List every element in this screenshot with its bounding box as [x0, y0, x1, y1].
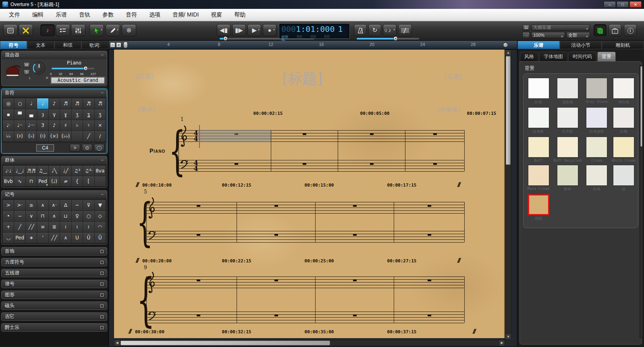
swatch-白色[interactable]: 白色 [528, 78, 549, 105]
score-list-button[interactable]: ▤ [522, 24, 530, 31]
expand-button-图形[interactable] [100, 293, 104, 297]
expand-button-爵士乐[interactable] [100, 326, 104, 329]
swatch-白木纹[interactable]: 白木纹 [553, 107, 582, 134]
composer-placeholder[interactable]: [作曲家] [438, 106, 461, 114]
ottava-bassa-button[interactable]: 8vb [3, 176, 14, 186]
mixer-button[interactable] [71, 24, 85, 36]
tremolo-2-button[interactable]: ╱╱ [26, 222, 37, 232]
swatch-chip-旧纸[interactable] [528, 194, 549, 215]
menu-文件[interactable]: 文件 [3, 10, 26, 20]
brace-button[interactable]: { [72, 176, 83, 186]
sharp-button[interactable]: ♯ [60, 120, 71, 131]
swatch-chip-Cream[interactable] [586, 137, 607, 158]
tab-乐谱[interactable]: 乐谱 [517, 41, 560, 49]
note-info-button[interactable]: i [94, 144, 104, 152]
accent-button[interactable]: > [3, 200, 14, 210]
expand-button-首饰[interactable] [100, 250, 104, 253]
swatch-旧纸[interactable]: 旧纸 [528, 194, 549, 221]
panel-爵士乐[interactable]: 爵士乐 [1, 323, 107, 332]
swatch-chip-白色[interactable] [528, 78, 549, 99]
paren-natural-button[interactable]: (♮) [37, 131, 48, 141]
tremolo-1-button[interactable]: ╱ [14, 222, 25, 232]
swatch-chip-白木纹[interactable] [557, 107, 578, 128]
menu-音符[interactable]: 音符 [120, 10, 143, 20]
down-bow-button[interactable]: ⊓ [37, 211, 48, 221]
expand-button-磁头[interactable] [100, 304, 104, 308]
up-mark-button[interactable]: ∧ [49, 211, 60, 221]
tab-歌词:[interactable]: 歌词: [81, 41, 108, 49]
filter-select[interactable]: 全部▼ [566, 32, 590, 38]
menu-帮助[interactable]: 帮助 [229, 10, 251, 20]
expand-button-力度符号[interactable] [100, 261, 104, 264]
erase-button[interactable]: ⊗ [122, 24, 136, 36]
print-setup-button[interactable] [3, 24, 18, 36]
scroll-up-arrow[interactable]: ▲ [505, 50, 511, 55]
vibrato-up-button[interactable]: ≀ [72, 222, 83, 232]
breve-button[interactable]: ◎ [3, 98, 14, 109]
down-bow-solid-button[interactable]: ⊽ [83, 200, 94, 210]
natural-button[interactable]: ♮ [83, 120, 94, 131]
flat-button[interactable]: ♭ [72, 120, 83, 131]
score-vertical-scrollbar[interactable]: ▲ ▼ [505, 50, 511, 340]
swatch-chip-白棉[interactable] [613, 107, 634, 128]
swatch-chip-白色粗[interactable] [528, 107, 549, 128]
track-list-button[interactable] [56, 24, 70, 36]
marcato-staccato-button[interactable]: ∧· [49, 200, 60, 210]
panel-图形[interactable]: 图形 [1, 291, 107, 299]
swatch-Buff[interactable]: Buff [528, 137, 549, 162]
hundred-28th-rest-button[interactable]: ӡ [95, 109, 106, 120]
tenuto-button[interactable]: − [14, 211, 25, 221]
fermata-u-under-button[interactable]: Û [95, 233, 106, 243]
subtab-风格[interactable]: 风格 [520, 52, 538, 61]
paren-sharp-button[interactable]: (♯) [14, 131, 25, 141]
cross-stem-up-button[interactable]: ♩╱ [60, 166, 71, 176]
cross-stem-down-button[interactable]: ♩╲ [49, 166, 60, 176]
header-right-placeholder[interactable]: [页眉] [445, 73, 461, 81]
swatch-chip-陈米[interactable] [557, 165, 578, 186]
sixty-fourth-rest-button[interactable]: ʓ [83, 109, 94, 120]
plus-button[interactable]: + [3, 222, 14, 232]
swatch-白色粗[interactable]: 白色粗 [528, 107, 549, 134]
caesura-button[interactable]: ╱╱ [49, 233, 60, 243]
accent-quick-button[interactable]: > [70, 144, 80, 152]
tremolo-3-button[interactable]: ≡ [37, 222, 48, 232]
open-circle-button[interactable]: ○ [83, 211, 94, 221]
pedal-up-button[interactable]: U [72, 233, 83, 243]
pedal-button[interactable]: Ped▼ [37, 176, 48, 186]
tab-和弦[interactable]: 和弦 [54, 41, 81, 49]
wedge-solid-button[interactable]: ▼ [95, 200, 106, 210]
menu-音频/ MIDI[interactable]: 音频/ MIDI [167, 10, 204, 20]
swatch-chip-Buff[interactable] [528, 137, 549, 158]
solo-button[interactable]: S [23, 69, 30, 75]
swatch-chip-丝[interactable] [613, 165, 634, 186]
menu-音轨[interactable]: 音轨 [73, 10, 96, 20]
header-left-placeholder[interactable]: [页眉] [136, 73, 153, 81]
double-flat-button[interactable]: ♭♭ [3, 131, 14, 141]
quarter-rest-button[interactable]: ȝ [37, 109, 48, 120]
accent-tenuto-button[interactable]: ≥ [26, 200, 37, 210]
swatch-chip-白米[interactable] [586, 165, 607, 186]
menu-乐谱[interactable]: 乐谱 [50, 10, 73, 20]
harmonic-stem-button[interactable]: ♀ [72, 211, 83, 221]
note-palette-button[interactable]: ♪ [40, 24, 55, 36]
swatch-chip-米白色[interactable] [613, 78, 634, 99]
double-dotted-note-button[interactable]: ♩·· [14, 120, 25, 131]
hundred-28th-note-button[interactable]: ♬ [95, 98, 106, 109]
staff-view-button[interactable] [398, 24, 412, 36]
paren-double-sharp-button[interactable]: (×) [49, 131, 60, 141]
beamed-slur-button[interactable]: ♫‿ [37, 166, 48, 176]
panel-谱号[interactable]: 谱号 [1, 280, 107, 288]
ornament-flower-button[interactable]: ∗ [26, 233, 37, 243]
panel-五线谱[interactable]: 五线谱 [1, 269, 107, 277]
blank-button[interactable] [72, 131, 83, 141]
play-button[interactable]: ▶▼ [247, 24, 261, 36]
title-placeholder[interactable]: [标题] [282, 69, 322, 89]
dotted-note-button[interactable]: ♩· [3, 120, 14, 131]
thirty-second-rest-button[interactable]: ʒ [72, 109, 83, 120]
grace-slash-button[interactable]: ∕ [95, 131, 106, 141]
tie-button[interactable]: ♩‿♩ [14, 166, 25, 176]
whole-rest-block-button[interactable]: ▪ [3, 109, 14, 120]
menu-编輯[interactable]: 编輯 [27, 10, 49, 20]
pitch-field[interactable]: C4 [36, 144, 54, 152]
triplet-button[interactable]: 3 [37, 120, 48, 131]
